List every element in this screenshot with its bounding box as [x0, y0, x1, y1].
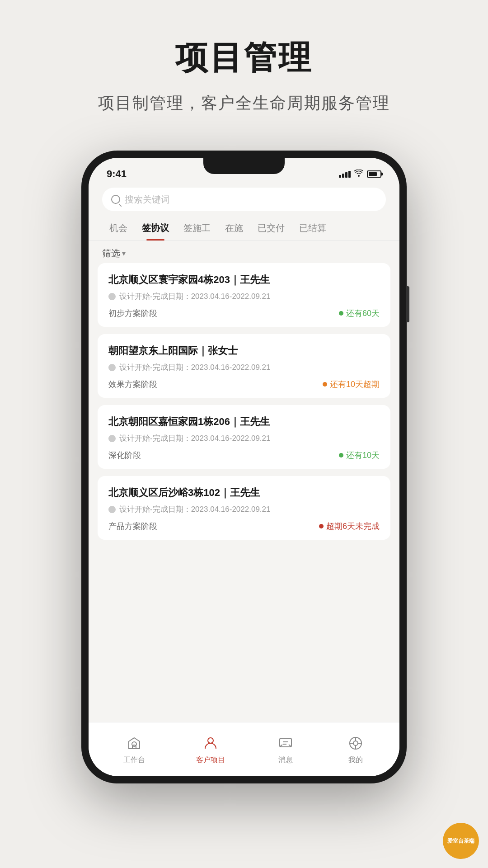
project-footer-1: 效果方案阶段 还有10天超期 — [108, 379, 380, 390]
page-header: 项目管理 项目制管理，客户全生命周期服务管理 — [98, 36, 390, 114]
search-placeholder: 搜索关键词 — [125, 193, 170, 206]
svg-point-2 — [208, 738, 213, 743]
status-dot-3 — [319, 524, 324, 528]
battery-icon — [367, 170, 381, 178]
phone-notch — [203, 158, 285, 174]
status-time: 9:41 — [107, 168, 127, 180]
mine-icon — [346, 734, 365, 753]
svg-point-7 — [353, 741, 358, 745]
project-footer-0: 初步方案阶段 还有60天 — [108, 308, 380, 319]
project-title-2: 北京朝阳区嘉恒家园1栋206｜王先生 — [108, 415, 380, 429]
phone-mockup: 9:41 — [81, 151, 407, 783]
project-list: 北京顺义区寰宇家园4栋203｜王先生 设计开始-完成日期：2023.04.16-… — [89, 263, 399, 722]
project-date-1: 设计开始-完成日期：2023.04.16-2022.09.21 — [108, 362, 380, 373]
tab-签施工[interactable]: 签施工 — [176, 218, 218, 241]
workbench-icon — [125, 734, 144, 753]
nav-message-label: 消息 — [278, 755, 293, 765]
nav-project[interactable]: 客户项目 — [196, 734, 225, 765]
filter-label: 筛选 — [102, 247, 120, 259]
phone-content: 9:41 — [89, 158, 399, 776]
nav-project-label: 客户项目 — [196, 755, 225, 765]
project-status-2: 还有10天 — [339, 450, 380, 461]
project-card-3[interactable]: 北京顺义区后沙峪3栋102｜王先生 设计开始-完成日期：2023.04.16-2… — [98, 476, 390, 540]
filter-button[interactable]: 筛选 ▾ — [102, 247, 386, 259]
bottom-nav: 工作台 客户项目 — [89, 722, 399, 776]
phone-shell: 9:41 — [81, 151, 407, 783]
project-title-3: 北京顺义区后沙峪3栋102｜王先生 — [108, 486, 380, 500]
tab-在施[interactable]: 在施 — [218, 218, 250, 241]
project-title-0: 北京顺义区寰宇家园4栋203｜王先生 — [108, 273, 380, 287]
project-date-3: 设计开始-完成日期：2023.04.16-2022.09.21 — [108, 504, 380, 514]
filter-arrow-icon: ▾ — [122, 249, 126, 258]
side-button — [406, 286, 409, 322]
calendar-icon-0 — [108, 293, 116, 300]
status-dot-2 — [339, 453, 343, 458]
project-status-1: 还有10天超期 — [323, 379, 380, 390]
tab-签协议[interactable]: 签协议 — [135, 218, 176, 241]
project-title-1: 朝阳望京东上阳国际｜张女士 — [108, 344, 380, 358]
search-bar[interactable]: 搜索关键词 — [102, 188, 386, 211]
project-icon — [201, 734, 220, 753]
calendar-icon-1 — [108, 364, 116, 371]
svg-marker-0 — [129, 738, 140, 749]
project-footer-2: 深化阶段 还有10天 — [108, 450, 380, 461]
project-stage-3: 产品方案阶段 — [108, 521, 157, 532]
project-card-0[interactable]: 北京顺义区寰宇家园4栋203｜王先生 设计开始-完成日期：2023.04.16-… — [98, 263, 390, 327]
nav-workbench-label: 工作台 — [123, 755, 145, 765]
phone-screen: 9:41 — [89, 158, 399, 776]
project-card-1[interactable]: 朝阳望京东上阳国际｜张女士 设计开始-完成日期：2023.04.16-2022.… — [98, 334, 390, 398]
nav-mine-label: 我的 — [348, 755, 363, 765]
calendar-icon-3 — [108, 506, 116, 513]
nav-message[interactable]: 消息 — [276, 734, 295, 765]
project-date-0: 设计开始-完成日期：2023.04.16-2022.09.21 — [108, 291, 380, 302]
nav-mine[interactable]: 我的 — [346, 734, 365, 765]
filter-row: 筛选 ▾ — [89, 241, 399, 263]
project-stage-2: 深化阶段 — [108, 450, 141, 461]
status-dot-0 — [339, 311, 343, 316]
tabs-row: 机会 签协议 签施工 在施 已交付 已结算 — [89, 211, 399, 241]
signal-icon — [339, 171, 351, 178]
tab-已结算[interactable]: 已结算 — [292, 218, 333, 241]
tab-已交付[interactable]: 已交付 — [250, 218, 292, 241]
project-card-2[interactable]: 北京朝阳区嘉恒家园1栋206｜王先生 设计开始-完成日期：2023.04.16-… — [98, 405, 390, 469]
search-icon — [111, 195, 120, 204]
page-subtitle: 项目制管理，客户全生命周期服务管理 — [98, 92, 390, 114]
status-dot-1 — [323, 382, 327, 387]
project-stage-0: 初步方案阶段 — [108, 308, 157, 319]
wifi-icon — [354, 170, 363, 179]
status-icons — [339, 170, 381, 179]
project-status-0: 还有60天 — [339, 308, 380, 319]
project-status-3: 超期6天未完成 — [319, 521, 380, 532]
project-date-2: 设计开始-完成日期：2023.04.16-2022.09.21 — [108, 433, 380, 443]
nav-workbench[interactable]: 工作台 — [123, 734, 145, 765]
project-stage-1: 效果方案阶段 — [108, 379, 157, 390]
page-title: 项目管理 — [98, 36, 390, 80]
message-icon — [276, 734, 295, 753]
project-footer-3: 产品方案阶段 超期6天未完成 — [108, 521, 380, 532]
tab-机会[interactable]: 机会 — [102, 218, 135, 241]
watermark: 爱室台茶端 — [443, 823, 479, 859]
calendar-icon-2 — [108, 435, 116, 442]
